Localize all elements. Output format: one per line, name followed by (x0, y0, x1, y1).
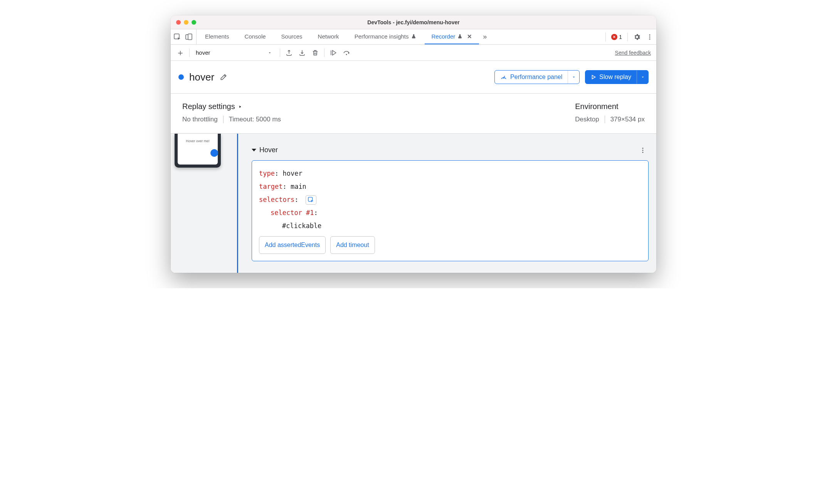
tab-network[interactable]: Network (311, 29, 346, 44)
flask-icon (457, 34, 462, 39)
edit-title-icon[interactable] (220, 73, 227, 81)
import-icon[interactable] (298, 49, 306, 57)
step-row-target[interactable]: target: main (259, 180, 641, 193)
export-icon[interactable] (285, 49, 293, 57)
tab-label: Recorder (432, 33, 456, 40)
performance-panel-dropdown[interactable] (568, 71, 579, 84)
more-tabs-icon[interactable]: » (481, 33, 489, 41)
recording-select[interactable]: hover (194, 47, 275, 58)
svg-point-11 (642, 151, 644, 153)
tab-performance-insights[interactable]: Performance insights (348, 29, 423, 44)
inspect-element-icon[interactable] (174, 34, 181, 40)
recording-select-value: hover (196, 49, 210, 56)
window-title: DevTools - jec.fyi/demo/menu-hover (171, 19, 656, 25)
chevron-down-icon (267, 50, 272, 55)
key: target (259, 183, 282, 190)
recording-actions: Performance panel Slow replay (494, 70, 649, 84)
collapse-icon[interactable] (252, 149, 256, 151)
settings-gear-icon[interactable] (633, 33, 641, 41)
step-row-selectors[interactable]: selectors: (259, 193, 641, 206)
titlebar: DevTools - jec.fyi/demo/menu-hover (171, 15, 656, 29)
step-add-row: Add assertedEvents Add timeout (259, 236, 641, 254)
devtools-window: DevTools - jec.fyi/demo/menu-hover Eleme… (171, 15, 656, 273)
tabstrip-left-tools (174, 29, 197, 44)
element-picker-icon[interactable] (306, 195, 316, 205)
throttling-value: No throttling (182, 116, 218, 123)
gauge-icon (500, 74, 507, 81)
step-column: Hover type: hover target: main selectors… (229, 134, 649, 261)
tab-sources[interactable]: Sources (274, 29, 309, 44)
separator (324, 49, 324, 57)
replay-speed-dropdown[interactable] (637, 71, 648, 84)
step-row-selector1[interactable]: selector #1: (259, 206, 641, 219)
send-feedback-link[interactable]: Send feedback (615, 50, 651, 56)
svg-point-9 (642, 148, 644, 149)
error-icon (611, 34, 617, 40)
recorder-toolbar: ＋ hover Send feedback (171, 45, 656, 61)
key: type (259, 170, 275, 177)
environment-settings: Environment Desktop 379×534 px (575, 102, 645, 123)
step-marker (210, 149, 218, 157)
tab-label: Elements (205, 33, 229, 40)
separator (280, 49, 280, 57)
more-menu-icon[interactable] (646, 34, 653, 40)
heading-label: Replay settings (182, 102, 235, 111)
flask-icon (411, 34, 416, 39)
recording-header: hover Performance panel (171, 61, 656, 94)
performance-panel-button[interactable]: Performance panel (494, 70, 580, 84)
separator (627, 33, 628, 41)
recording-title-group: hover (178, 71, 227, 83)
step-details-card: type: hover target: main selectors: sele… (252, 160, 649, 261)
tab-recorder[interactable]: Recorder ✕ (425, 29, 479, 44)
chevron-right-icon (238, 104, 242, 109)
tab-console[interactable]: Console (238, 29, 273, 44)
thumbnail-content: Hover over me! (178, 134, 218, 165)
button-label: Performance panel (510, 74, 562, 81)
device-value: Desktop (575, 116, 599, 123)
key: selectors (259, 196, 294, 203)
add-timeout-button[interactable]: Add timeout (330, 236, 375, 254)
tab-label: Performance insights (355, 33, 409, 40)
viewport-value: 379×534 px (610, 116, 645, 123)
value: hover (282, 170, 302, 177)
slow-replay-button[interactable]: Slow replay (585, 70, 649, 84)
settings-row: Replay settings No throttling Timeout: 5… (171, 94, 656, 134)
tab-label: Console (245, 33, 266, 40)
separator (605, 116, 605, 123)
step-over-icon[interactable] (342, 49, 351, 57)
continue-icon[interactable] (329, 49, 338, 57)
step-header[interactable]: Hover (252, 146, 649, 154)
delete-icon[interactable] (311, 49, 319, 57)
svg-point-4 (649, 36, 651, 37)
value: #clickable (282, 222, 321, 230)
device-toolbar-icon[interactable] (185, 34, 192, 40)
replay-settings-heading[interactable]: Replay settings (182, 102, 281, 111)
error-badge[interactable]: 1 (605, 32, 622, 42)
new-recording-icon[interactable]: ＋ (176, 49, 185, 57)
step-menu-icon[interactable] (639, 147, 649, 154)
tab-label: Network (318, 33, 339, 40)
svg-point-3 (649, 34, 651, 35)
svg-rect-6 (331, 50, 331, 55)
svg-rect-2 (188, 34, 192, 40)
svg-point-10 (642, 150, 644, 151)
tab-elements[interactable]: Elements (198, 29, 236, 44)
recording-title: hover (189, 71, 214, 83)
step-name: Hover (259, 146, 278, 154)
separator (189, 49, 190, 57)
button-label: Slow replay (599, 74, 631, 81)
panel-tabstrip: Elements Console Sources Network Perform… (171, 29, 656, 45)
step-row-type[interactable]: type: hover (259, 167, 641, 180)
key: selector #1 (271, 209, 314, 217)
error-count: 1 (619, 34, 622, 40)
close-tab-icon[interactable]: ✕ (467, 33, 472, 40)
recording-status-dot (178, 74, 184, 80)
svg-point-5 (649, 38, 651, 39)
add-asserted-events-button[interactable]: Add assertedEvents (259, 236, 326, 254)
play-icon (591, 74, 596, 80)
svg-point-8 (503, 77, 504, 79)
step-row-selector1-value[interactable]: #clickable (259, 219, 641, 232)
separator (223, 116, 224, 123)
tab-label: Sources (281, 33, 303, 40)
screenshot-column: Hover over me! (175, 134, 229, 261)
